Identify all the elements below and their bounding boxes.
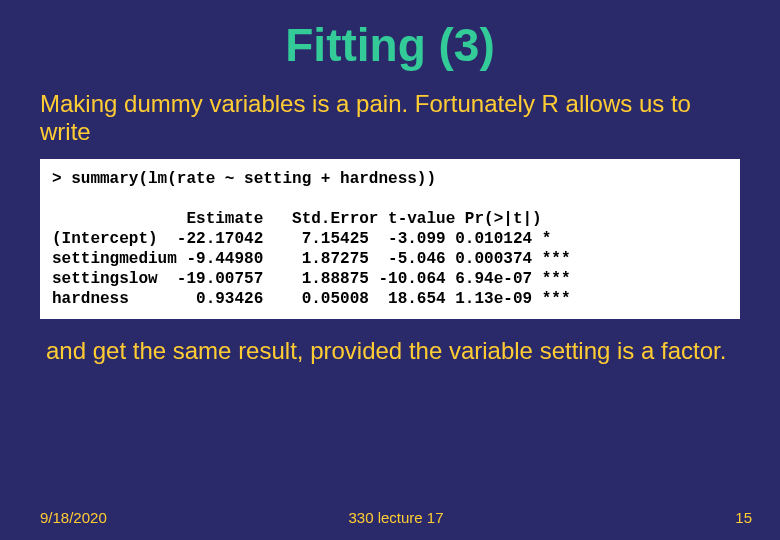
code-row: settingslow -19.00757 1.88875 -10.064 6.…: [52, 270, 570, 288]
code-block: > summary(lm(rate ~ setting + hardness))…: [40, 159, 740, 319]
code-header: Estimate Std.Error t-value Pr(>|t|): [52, 210, 542, 228]
slide: Fitting (3) Making dummy variables is a …: [0, 0, 780, 540]
code-row: (Intercept) -22.17042 7.15425 -3.099 0.0…: [52, 230, 551, 248]
code-command: > summary(lm(rate ~ setting + hardness)): [52, 170, 436, 188]
slide-footer: 9/18/2020 330 lecture 17 15: [40, 509, 752, 526]
footer-page-number: 15: [735, 509, 752, 526]
footer-center: 330 lecture 17: [40, 509, 752, 526]
footer-date: 9/18/2020: [40, 509, 107, 526]
code-row: hardness 0.93426 0.05008 18.654 1.13e-09…: [52, 290, 570, 308]
intro-text: Making dummy variables is a pain. Fortun…: [40, 90, 740, 145]
outro-text: and get the same result, provided the va…: [46, 337, 740, 365]
code-row: settingmedium -9.44980 1.87275 -5.046 0.…: [52, 250, 570, 268]
slide-title: Fitting (3): [40, 18, 740, 72]
